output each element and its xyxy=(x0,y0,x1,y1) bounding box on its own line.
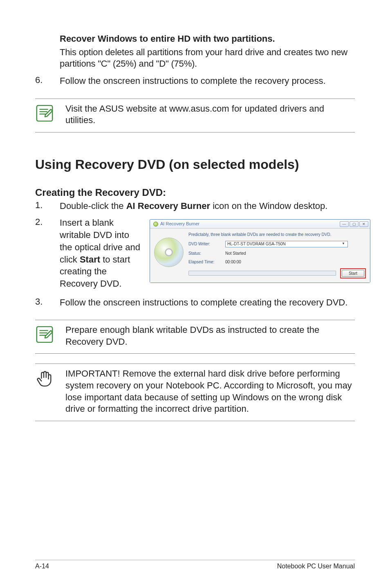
label-elapsed-time: Elapsed Time: xyxy=(188,259,225,265)
step-text: Follow the onscreen instructions to comp… xyxy=(60,296,355,309)
heading-using-recovery-dvd: Using Recovery DVD (on selected models) xyxy=(35,157,355,172)
close-button[interactable]: ✕ xyxy=(359,221,368,227)
elapsed-value: 00:00:00 xyxy=(225,259,241,265)
app-icon xyxy=(153,222,158,227)
note-text: IMPORTANT! Remove the external hard disk… xyxy=(65,368,355,415)
heading-creating-recovery-dvd: Creating the Recovery DVD: xyxy=(35,187,355,198)
note-blank-dvds: Prepare enough blank writable DVDs as in… xyxy=(35,320,355,354)
step-number: 1. xyxy=(35,200,60,212)
dvd-writer-dropdown[interactable]: HL-DT-ST DVDRAM GSA-T50N ▼ xyxy=(225,241,348,247)
step-text: Follow the onscreen instructions to comp… xyxy=(60,75,355,87)
window-titlebar: AI Recovery Burner — ▢ ✕ xyxy=(150,220,370,229)
label-dvd-writer: DVD Writer: xyxy=(188,241,225,247)
note-icon xyxy=(35,325,54,344)
minimize-button[interactable]: — xyxy=(340,221,349,227)
step-text: Double-click the AI Recovery Burner icon… xyxy=(60,200,355,212)
text-fragment: icon on the Window desktop. xyxy=(210,201,327,211)
page-footer: A-14 Notebook PC User Manual xyxy=(35,560,355,570)
maximize-button[interactable]: ▢ xyxy=(350,221,359,227)
ai-recovery-burner-window: AI Recovery Burner — ▢ ✕ Predictably, th… xyxy=(150,219,370,283)
hand-icon xyxy=(35,369,54,388)
note-asus: Visit the ASUS website at www.asus.com f… xyxy=(35,99,355,132)
chevron-down-icon: ▼ xyxy=(341,242,346,246)
recover-title: Recover Windows to entire HD with two pa… xyxy=(60,33,355,45)
label-status: Status: xyxy=(188,251,225,256)
progress-bar xyxy=(188,271,336,276)
manual-title: Notebook PC User Manual xyxy=(277,563,355,570)
recover-body: This option deletes all partitions from … xyxy=(60,47,355,70)
disc-icon xyxy=(154,238,184,267)
step-text: Insert a blank writable DVD into the opt… xyxy=(60,217,141,290)
step-number: 2. xyxy=(35,217,60,290)
text-bold: AI Recovery Burner xyxy=(126,201,210,211)
start-highlight: Start xyxy=(340,268,366,278)
status-value: Not Started xyxy=(225,251,246,256)
burner-message: Predictably, three blank writable DVDs a… xyxy=(188,232,366,238)
start-button[interactable]: Start xyxy=(342,270,364,277)
window-title: AI Recovery Burner xyxy=(160,221,199,227)
dropdown-value: HL-DT-ST DVDRAM GSA-T50N xyxy=(227,241,286,247)
step-number: 6. xyxy=(35,75,60,87)
note-icon xyxy=(35,104,54,123)
note-text: Prepare enough blank writable DVDs as in… xyxy=(65,324,355,348)
note-text: Visit the ASUS website at www.asus.com f… xyxy=(65,103,355,126)
note-important: IMPORTANT! Remove the external hard disk… xyxy=(35,364,355,421)
text-bold: Start xyxy=(80,254,100,265)
step-number: 3. xyxy=(35,296,60,309)
text-fragment: Double-click the xyxy=(60,201,126,211)
page-number: A-14 xyxy=(35,563,49,570)
